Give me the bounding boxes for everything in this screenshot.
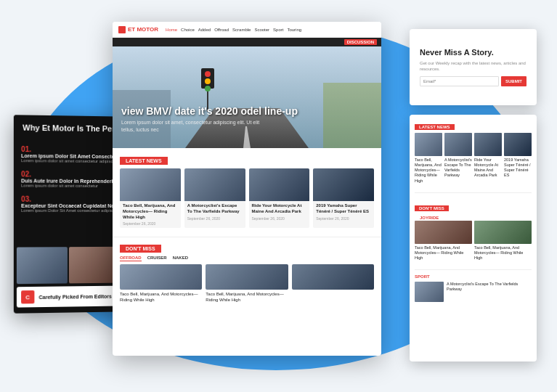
rn-single-title: A Motorcyclist's Escape To The Varfields… (447, 282, 532, 292)
rn-latest-news-badge: LATEST NEWS (415, 124, 455, 130)
rn-item-4-title: 2019 Yamaha Super Ténéré / Super Ténéré … (504, 158, 532, 179)
rn-dm-item-2-title: Taco Bell, Marijuana, And Motorcycles— R… (474, 245, 532, 261)
rn-cat-sport: SPORT (410, 273, 537, 279)
rn-item-3[interactable]: Ride Your Motorcycle At Maine And Arcadi… (474, 133, 502, 184)
latest-news-badge: LATEST NEWS (120, 157, 168, 165)
news-card-1-title: Taco Bell, Marijuana, And Motorcycles— R… (123, 203, 178, 220)
news-card-3-img (249, 168, 310, 201)
dm-card-2-img (206, 264, 288, 290)
dm-card-2[interactable]: Taco Bell, Marijuana, And Motorcycles— R… (206, 264, 288, 303)
dont-miss-badge: DON'T MISS (120, 245, 161, 253)
nav-choice[interactable]: Choice (181, 28, 195, 32)
main-nav: Home Choice Added Offroad Scramble Scoot… (166, 28, 301, 32)
newsletter-desc: Get our Weekly recap with the latest new… (420, 60, 526, 73)
rn-latest-news-section: LATEST NEWS Taco Bell, Marijuana, And Mo… (410, 115, 537, 189)
scene-container: Why Et Motor Is The Perfect Choice? 01. … (0, 0, 557, 392)
svg-point-7 (205, 71, 211, 77)
rn-dm-item-1-img (415, 221, 472, 244)
site-logo: ET MOTOR (118, 26, 158, 33)
news-card-1[interactable]: Taco Bell, Marijuana, And Motorcycles— R… (120, 168, 181, 228)
newsletter-form: SUBMIT (420, 76, 526, 86)
news-card-2-img (184, 168, 245, 201)
dm-card-3[interactable] (292, 264, 374, 303)
nav-scooter[interactable]: Scooter (254, 28, 269, 32)
news-card-3-date: September 26, 2020 (252, 216, 307, 221)
rn-item-4-img (504, 133, 532, 156)
rn-item-3-title: Ride Your Motorcycle At Maine And Arcadi… (474, 158, 502, 179)
rn-single-item[interactable]: A Motorcyclist's Escape To The Varfields… (410, 279, 537, 304)
rn-dont-miss-section: DON'T MISS JOYRIDE Taco Bell, Marijuana,… (410, 196, 537, 266)
latest-news-section: LATEST NEWS Taco Bell, Marijuana, And Mo… (113, 148, 381, 237)
panel-newsletter: Never Miss A Story. Get our Weekly recap… (410, 29, 537, 105)
rn-single-img (415, 282, 444, 302)
nav-sport[interactable]: Sport (273, 28, 283, 32)
news-card-2[interactable]: A Motorcyclist's Escape To The Varfields… (184, 168, 245, 228)
dm-card-1[interactable]: Taco Bell, Marijuana, And Motorcycles— R… (120, 264, 202, 303)
banner-area: DISCUSSION (113, 38, 381, 46)
news-card-2-date: September 26, 2020 (187, 216, 243, 221)
news-cards-grid: Taco Bell, Marijuana, And Motorcycles— R… (120, 168, 374, 228)
nav-home[interactable]: Home (166, 28, 177, 32)
newsletter-email-input[interactable] (420, 76, 499, 86)
nav-touring[interactable]: Touring (287, 28, 301, 32)
hero-title: view BMV/ date it's 2020 odel line-up (121, 105, 298, 118)
moto-thumb-1 (17, 247, 68, 284)
logo-text: ET MOTOR (128, 26, 158, 33)
dont-miss-section: DON'T MISS OFFROAD CRUISER NAKED Taco Be… (113, 237, 381, 306)
news-card-2-title: A Motorcyclist's Escape To The Varfields… (187, 203, 243, 215)
hero-subtitle: Lorem ipsum dolor sit amet, consectetur … (121, 119, 267, 134)
hero-section: view BMV/ date it's 2020 odel line-up Lo… (113, 46, 381, 148)
cat-tab-cruiser[interactable]: CRUISER (147, 256, 167, 261)
news-card-4-img (313, 168, 374, 201)
svg-rect-4 (323, 83, 381, 148)
rn-divider-2 (415, 269, 532, 270)
rn-divider-1 (415, 192, 532, 193)
nav-offroad[interactable]: Offroad (214, 28, 229, 32)
rn-cat-joyride: JOYRIDE (415, 214, 532, 221)
rn-item-2-img (444, 133, 472, 156)
news-card-4[interactable]: 2019 Yamaha Super Ténéré / Super Ténéré … (313, 168, 374, 228)
rn-grid-top: Taco Bell, Marijuana, And Motorcycles— R… (415, 133, 532, 184)
svg-point-8 (205, 78, 211, 84)
panel-right-news: LATEST NEWS Taco Bell, Marijuana, And Mo… (410, 115, 537, 362)
news-card-1-date: September 26, 2020 (123, 221, 178, 226)
dm-card-1-title: Taco Bell, Marijuana, And Motorcycles— R… (120, 292, 202, 303)
main-header: ET MOTOR Home Choice Added Offroad Scram… (113, 22, 381, 38)
news-card-3-title: Ride Your Motorcycle At Maine And Arcadi… (252, 203, 307, 215)
nav-added[interactable]: Added (198, 28, 211, 32)
news-card-1-img (120, 168, 181, 201)
discussion-badge: DISCUSSION (344, 39, 377, 45)
news-card-4-date: September 26, 2020 (316, 216, 371, 221)
rn-dont-miss-grid: Taco Bell, Marijuana, And Motorcycles— R… (415, 221, 532, 261)
rn-item-2[interactable]: A Motorcyclist's Escape To The Varfields… (444, 133, 472, 184)
hero-overlay-text: view BMV/ date it's 2020 odel line-up Lo… (121, 105, 298, 134)
newsletter-title: Never Miss A Story. (420, 48, 526, 57)
cat-tab-offroad[interactable]: OFFROAD (120, 256, 142, 261)
nav-scramble[interactable]: Scramble (232, 28, 251, 32)
rn-dont-miss-badge: DON'T MISS (415, 205, 449, 211)
category-tabs: OFFROAD CRUISER NAKED (120, 256, 374, 261)
rn-item-4[interactable]: 2019 Yamaha Super Ténéré / Super Ténéré … (504, 133, 532, 184)
rn-item-1-title: Taco Bell, Marijuana, And Motorcycles— R… (415, 158, 442, 184)
rn-item-3-img (474, 133, 502, 156)
rn-dm-item-1[interactable]: Taco Bell, Marijuana, And Motorcycles— R… (415, 221, 472, 261)
logo-icon (118, 26, 126, 33)
dont-miss-grid: Taco Bell, Marijuana, And Motorcycles— R… (120, 264, 374, 303)
editor-label: Carefully Picked From Editors (39, 293, 112, 299)
rn-item-2-title: A Motorcyclist's Escape To The Varfields… (444, 158, 472, 179)
panel-main: ET MOTOR Home Choice Added Offroad Scram… (113, 22, 381, 356)
svg-point-9 (205, 86, 211, 91)
news-card-4-title: 2019 Yamaha Super Ténéré / Super Ténéré … (316, 203, 371, 215)
cat-tab-naked[interactable]: NAKED (173, 256, 188, 261)
editor-icon: C (21, 290, 34, 303)
newsletter-submit-button[interactable]: SUBMIT (501, 76, 526, 86)
dm-card-2-title: Taco Bell, Marijuana, And Motorcycles— R… (206, 292, 288, 303)
dm-card-1-img (120, 264, 202, 290)
dm-card-3-img (292, 264, 374, 290)
rn-item-1[interactable]: Taco Bell, Marijuana, And Motorcycles— R… (415, 133, 442, 184)
rn-dm-item-2[interactable]: Taco Bell, Marijuana, And Motorcycles— R… (474, 221, 532, 261)
news-card-3[interactable]: Ride Your Motorcycle At Maine And Arcadi… (249, 168, 310, 228)
rn-dm-item-1-title: Taco Bell, Marijuana, And Motorcycles— R… (415, 245, 472, 261)
rn-item-1-img (415, 133, 442, 156)
rn-dm-item-2-img (474, 221, 532, 244)
